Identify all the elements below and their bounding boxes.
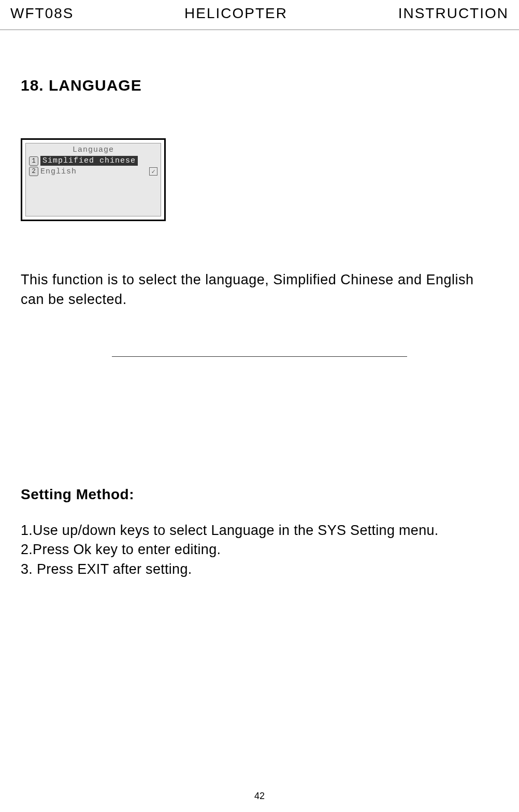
lcd-row1-text: Simplified chinese <box>40 156 138 166</box>
page-header: WFT08S HELICOPTER INSTRUCTION <box>0 0 519 30</box>
setting-method-heading: Setting Method: <box>21 486 498 503</box>
lcd-menu-title: Language <box>29 146 157 154</box>
step-1: 1.Use up/down keys to select Language in… <box>21 521 498 541</box>
lcd-row-1: 1 Simplified chinese <box>29 156 157 166</box>
description-text: This function is to select the language,… <box>21 270 498 310</box>
divider-line <box>112 356 407 357</box>
lcd-row1-num: 1 <box>29 156 38 166</box>
lcd-inner: Language 1 Simplified chinese 2 English … <box>25 143 161 216</box>
main-content: 18. LANGUAGE Language 1 Simplified chine… <box>0 77 519 579</box>
step-2: 2.Press Ok key to enter editing. <box>21 540 498 560</box>
header-left: WFT08S <box>10 5 74 22</box>
header-right: INSTRUCTION <box>398 5 509 22</box>
section-title: 18. LANGUAGE <box>21 77 498 94</box>
lcd-row2-text: English <box>40 167 147 176</box>
steps-list: 1.Use up/down keys to select Language in… <box>21 521 498 579</box>
page-number: 42 <box>0 791 519 802</box>
lcd-row-2: 2 English ✓ <box>29 167 157 176</box>
lcd-row2-num: 2 <box>29 167 38 176</box>
header-center: HELICOPTER <box>184 5 287 22</box>
checkbox-icon: ✓ <box>149 167 157 176</box>
lcd-screenshot: Language 1 Simplified chinese 2 English … <box>21 138 166 221</box>
step-3: 3. Press EXIT after setting. <box>21 560 498 579</box>
